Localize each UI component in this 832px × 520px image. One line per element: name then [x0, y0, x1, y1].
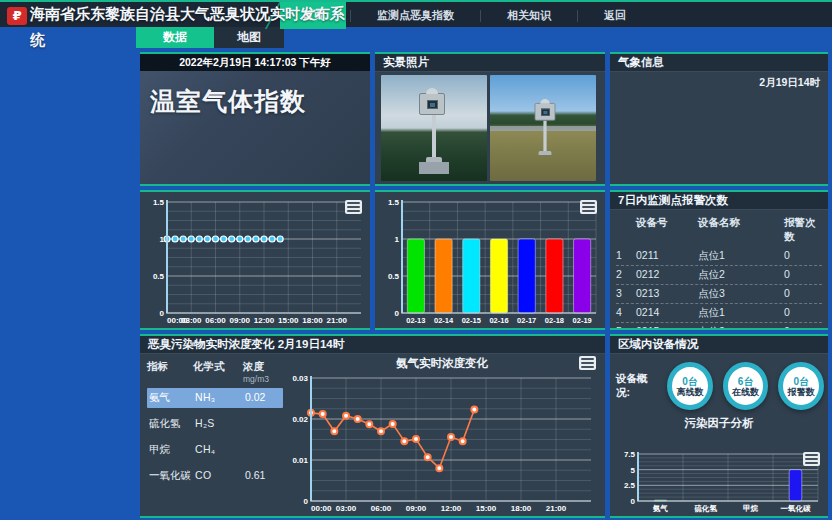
- pollutant-cell: [245, 417, 285, 431]
- nav-item-knowledge[interactable]: 相关知识: [485, 2, 573, 29]
- alarm-cell: 0: [784, 306, 822, 320]
- ammonia-line-chart: 00.010.020.0300:0003:0006:0009:0012:0015…: [286, 372, 598, 514]
- pollutant-cell: [245, 443, 285, 457]
- nav-separator: [577, 10, 578, 22]
- svg-text:00:00: 00:00: [311, 504, 332, 513]
- alarm-cell: 0: [784, 325, 822, 330]
- svg-text:0: 0: [395, 309, 400, 318]
- svg-text:7.5: 7.5: [624, 450, 636, 459]
- alarm-table-row[interactable]: 40214点位10: [616, 304, 822, 323]
- pollutant-cell: H₂S: [195, 417, 245, 431]
- alarm-panel: 7日内监测点报警次数 设备号 设备名称 报警次数 10211点位1020212点…: [610, 190, 828, 330]
- daily-index-panel: 00.511.502-1302-1402-1502-1602-1702-1802…: [375, 190, 605, 330]
- alarm-cell: 0213: [636, 287, 698, 301]
- offline-count-badge: 0台 离线数: [667, 362, 713, 410]
- col-device-id: 设备号: [636, 216, 698, 244]
- pollutant-row[interactable]: 氨气NH₃0.02: [147, 388, 283, 408]
- pollution-analysis-title: 污染因子分析: [610, 416, 828, 431]
- alarm-table-row[interactable]: 10211点位10: [616, 247, 822, 266]
- pollutant-cell: 一氧化碳: [149, 469, 195, 483]
- svg-text:0.01: 0.01: [292, 456, 308, 465]
- pollutant-cell: 硫化氢: [149, 417, 195, 431]
- pollutant-row[interactable]: 一氧化碳CO0.61: [147, 466, 283, 486]
- alarm-cell: 2: [616, 268, 636, 282]
- online-count: 6台: [738, 376, 754, 387]
- device-panel-title: 区域内设备情况: [610, 336, 828, 354]
- nav-item-odor-index[interactable]: 监测点恶臭指数: [355, 2, 476, 29]
- pollutant-panel: 恶臭污染物实时浓度变化 2月19日14时 指标 化学式 浓度 mg/m3 氨气N…: [140, 334, 605, 518]
- svg-text:09:00: 09:00: [406, 504, 427, 513]
- offline-count: 0台: [682, 376, 698, 387]
- alarm-cell: 3: [616, 287, 636, 301]
- alarm-cell: 点位2: [698, 325, 784, 330]
- datetime-text: 2022年2月19日 14:17:03 下午好: [140, 54, 370, 71]
- pollutant-panel-title: 恶臭污染物实时浓度变化 2月19日14时: [140, 336, 605, 354]
- pollutant-table: 指标 化学式 浓度 mg/m3 氨气NH₃0.02硫化氢H₂S甲烷CH₄一氧化碳…: [147, 360, 283, 486]
- svg-text:03:00: 03:00: [181, 316, 202, 325]
- alarm-cell: 0: [784, 287, 822, 301]
- svg-text:0.5: 0.5: [388, 272, 400, 281]
- app-logo-icon: ₽: [7, 7, 27, 25]
- svg-text:0: 0: [304, 497, 309, 506]
- alarm-table-row[interactable]: 20212点位20: [616, 266, 822, 285]
- photos-panel: 实景照片: [375, 52, 605, 186]
- svg-text:一氧化碳: 一氧化碳: [781, 504, 812, 513]
- svg-text:02-18: 02-18: [545, 316, 564, 325]
- app-title-line1: 海南省乐东黎族自治县大气恶臭状况实时发布系: [30, 5, 345, 22]
- photos-panel-title: 实景照片: [375, 54, 605, 72]
- device-overview-label: 设备概况:: [616, 372, 657, 400]
- alarm-cell: 0214: [636, 306, 698, 320]
- svg-text:02-13: 02-13: [406, 316, 425, 325]
- svg-text:15:00: 15:00: [278, 316, 299, 325]
- alarm-count: 0台: [793, 376, 809, 387]
- svg-text:0.03: 0.03: [292, 374, 308, 383]
- site-photo-1[interactable]: [381, 75, 487, 181]
- chart-menu-icon[interactable]: [345, 200, 362, 214]
- alarm-table-header: 设备号 设备名称 报警次数: [616, 214, 822, 247]
- alarm-count-badge: 0台 报警数: [778, 362, 824, 410]
- alarm-table-row[interactable]: 50215点位20: [616, 323, 822, 330]
- weather-panel-title: 气象信息: [610, 54, 828, 72]
- nav-separator: [480, 10, 481, 22]
- online-count-badge: 6台 在线数: [723, 362, 769, 410]
- alarm-table: 设备号 设备名称 报警次数 10211点位1020212点位2030213点位3…: [610, 210, 828, 330]
- col-formula: 化学式: [193, 360, 243, 374]
- pollutant-cell: 氨气: [149, 391, 195, 405]
- svg-text:0.5: 0.5: [153, 272, 165, 281]
- svg-text:18:00: 18:00: [302, 316, 323, 325]
- chart-menu-icon[interactable]: [579, 356, 596, 370]
- alarm-panel-title: 7日内监测点报警次数: [610, 192, 828, 210]
- svg-text:02-15: 02-15: [462, 316, 481, 325]
- svg-text:2.5: 2.5: [624, 481, 636, 490]
- pollutant-table-body: 氨气NH₃0.02硫化氢H₂S甲烷CH₄一氧化碳CO0.61: [147, 388, 283, 486]
- daily-bars-chart: 00.511.502-1302-1402-1502-1602-1702-1802…: [377, 196, 603, 326]
- alarm-table-row[interactable]: 30213点位30: [616, 285, 822, 304]
- alarm-label: 报警数: [788, 387, 815, 397]
- svg-text:18:00: 18:00: [511, 504, 532, 513]
- alarm-cell: 0: [784, 249, 822, 263]
- alarm-cell: 点位1: [698, 306, 784, 320]
- alarm-cell: 点位1: [698, 249, 784, 263]
- nav-item-back[interactable]: 返回: [582, 2, 648, 29]
- pollutant-row[interactable]: 甲烷CH₄: [147, 440, 283, 460]
- svg-text:12:00: 12:00: [441, 504, 462, 513]
- svg-text:06:00: 06:00: [205, 316, 226, 325]
- ammonia-chart-title: 氨气实时浓度变化: [286, 356, 598, 372]
- svg-text:1.5: 1.5: [153, 198, 165, 207]
- pollutant-cell: CO: [195, 469, 245, 483]
- alarm-cell: 点位2: [698, 268, 784, 282]
- svg-text:5: 5: [631, 466, 636, 475]
- site-photo-2[interactable]: [490, 75, 596, 181]
- pollutant-cell: 0.02: [245, 391, 285, 405]
- svg-text:1: 1: [395, 235, 400, 244]
- pollutant-row[interactable]: 硫化氢H₂S: [147, 414, 283, 434]
- pollutant-table-header: 指标 化学式 浓度 mg/m3: [147, 360, 283, 384]
- svg-text:硫化氢: 硫化氢: [694, 504, 717, 513]
- chart-menu-icon[interactable]: [803, 452, 820, 466]
- alarm-cell: 0212: [636, 268, 698, 282]
- svg-text:02-14: 02-14: [434, 316, 454, 325]
- svg-text:02-19: 02-19: [573, 316, 592, 325]
- chart-menu-icon[interactable]: [580, 200, 597, 214]
- svg-text:03:00: 03:00: [336, 504, 357, 513]
- alarm-table-body: 10211点位1020212点位2030213点位3040214点位105021…: [616, 247, 822, 330]
